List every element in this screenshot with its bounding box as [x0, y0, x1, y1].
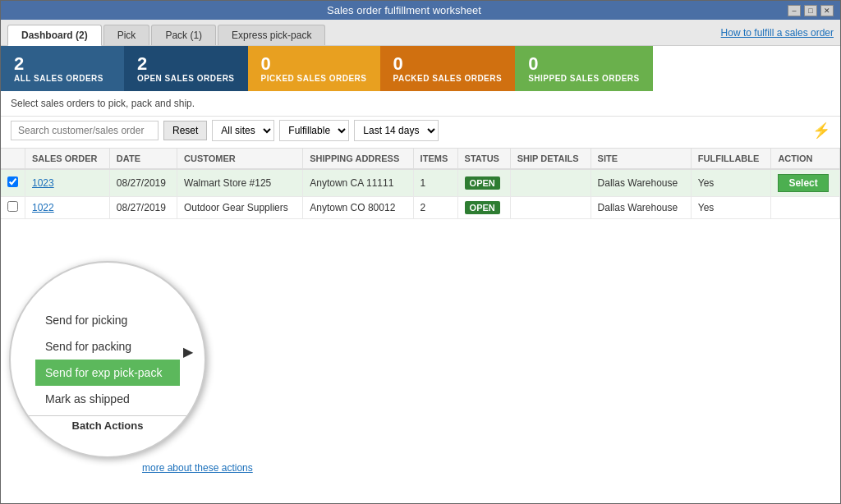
row2-fulfillable: Yes: [691, 197, 771, 219]
tab-dashboard[interactable]: Dashboard (2): [7, 25, 102, 46]
stat-picked: 0 PICKED SALES ORDERS: [248, 46, 380, 91]
toolbar-right: ⚡: [812, 121, 830, 140]
col-ship-details: SHIP DETAILS: [510, 149, 591, 169]
status-badge-open-2: OPEN: [465, 201, 500, 214]
row2-items: 2: [413, 197, 457, 219]
col-status: STATUS: [457, 149, 510, 169]
row2-action: [771, 197, 840, 219]
minimize-button[interactable]: –: [788, 5, 801, 16]
row1-checkbox-cell[interactable]: [1, 169, 25, 197]
col-action: ACTION: [771, 149, 840, 169]
col-shipping-address: SHIPPING ADDRESS: [303, 149, 413, 169]
window-icon: [7, 5, 21, 16]
fulfillable-dropdown[interactable]: Fulfillable: [279, 120, 349, 141]
tab-express[interactable]: Express pick-pack: [218, 25, 325, 45]
row1-order: 1023: [25, 169, 110, 197]
row2-status: OPEN: [457, 197, 510, 219]
row2-customer: Outdoor Gear Suppliers: [177, 197, 303, 219]
menu-item-send-picking[interactable]: Send for picking: [35, 307, 180, 333]
reset-button[interactable]: Reset: [163, 121, 207, 140]
row1-checkbox[interactable]: [7, 176, 18, 187]
col-date: DATE: [109, 149, 177, 169]
title-bar: Sales order fulfillment worksheet – □ ✕: [1, 1, 840, 20]
table-row: 1023 08/27/2019 Walmart Store #125 Anyto…: [1, 169, 840, 197]
order-link-1022[interactable]: 1022: [32, 202, 54, 213]
status-badge-open: OPEN: [465, 176, 500, 190]
row1-action: Select: [771, 169, 840, 197]
stat-open-sales: 2 OPEN SALES ORDERS: [124, 46, 248, 91]
row1-site: Dallas Warehouse: [591, 169, 691, 197]
toolbar-filters: Reset All sites Fulfillable Last 14 days…: [1, 117, 840, 149]
table-header-row: SALES ORDER DATE CUSTOMER SHIPPING ADDRE…: [1, 149, 840, 169]
batch-section: Send for picking Send for packing Send f…: [1, 273, 264, 503]
circle-menu-items: Send for picking Send for packing Send f…: [11, 307, 205, 412]
row1-customer: Walmart Store #125: [177, 169, 303, 197]
row1-ship-details: [510, 169, 591, 197]
sites-dropdown[interactable]: All sites: [212, 120, 274, 141]
row2-address: Anytown CO 80012: [303, 197, 413, 219]
stat-packed: 0 PACKED SALES ORDERS: [380, 46, 516, 91]
tab-pack[interactable]: Pack (1): [151, 25, 216, 45]
table-row: 1022 08/27/2019 Outdoor Gear Suppliers A…: [1, 197, 840, 219]
search-input[interactable]: [11, 121, 159, 140]
stat-all-sales: 2 ALL SALES ORDERS: [1, 46, 124, 91]
help-link[interactable]: How to fulfill a sales order: [721, 27, 834, 44]
more-actions-link[interactable]: more about these actions: [132, 459, 263, 477]
tab-pick[interactable]: Pick: [103, 25, 150, 45]
menu-item-mark-shipped[interactable]: Mark as shipped: [35, 386, 180, 412]
toolbar-description: Select sales orders to pick, pack and sh…: [11, 98, 195, 109]
days-dropdown[interactable]: Last 14 days: [354, 120, 439, 141]
row2-site: Dallas Warehouse: [591, 197, 691, 219]
row1-items: 1: [413, 169, 457, 197]
toolbar-left: Select sales orders to pick, pack and sh…: [11, 98, 195, 109]
window-title: Sales order fulfillment worksheet: [21, 4, 788, 16]
tabs-container: Dashboard (2) Pick Pack (1) Express pick…: [7, 25, 325, 45]
row2-checkbox-cell[interactable]: [1, 197, 25, 219]
menu-item-send-packing[interactable]: Send for packing: [35, 333, 180, 360]
row1-fulfillable: Yes: [691, 169, 771, 197]
col-customer: CUSTOMER: [177, 149, 303, 169]
stat-shipped: 0 SHIPPED SALES ORDERS: [515, 46, 653, 91]
row2-date: 08/27/2019: [109, 197, 177, 219]
tabs-bar: Dashboard (2) Pick Pack (1) Express pick…: [1, 20, 840, 46]
orders-table: SALES ORDER DATE CUSTOMER SHIPPING ADDRE…: [1, 149, 840, 219]
col-checkbox: [1, 149, 25, 169]
content-area: 2 ALL SALES ORDERS 2 OPEN SALES ORDERS 0…: [1, 46, 840, 503]
more-actions-container: more about these actions: [132, 462, 263, 474]
toolbar: Select sales orders to pick, pack and sh…: [1, 91, 840, 117]
circle-menu-footer: Batch Actions: [11, 415, 205, 432]
window-controls: – □ ✕: [788, 5, 834, 16]
row1-status: OPEN: [457, 169, 510, 197]
main-window: Sales order fulfillment worksheet – □ ✕ …: [0, 0, 841, 504]
circle-context-menu: Send for picking Send for packing Send f…: [9, 261, 206, 458]
row1-date: 08/27/2019: [109, 169, 177, 197]
action-select-button-1023[interactable]: Select: [778, 174, 828, 192]
close-button[interactable]: ✕: [820, 5, 834, 16]
row1-address: Anytown CA 11111: [303, 169, 413, 197]
maximize-button[interactable]: □: [804, 5, 817, 16]
row2-ship-details: [510, 197, 591, 219]
col-site: SITE: [591, 149, 691, 169]
order-link-1023[interactable]: 1023: [32, 177, 54, 189]
filter-controls: Reset All sites Fulfillable Last 14 days: [11, 120, 439, 141]
col-fulfillable: FULFILLABLE: [691, 149, 771, 169]
stats-bar: 2 ALL SALES ORDERS 2 OPEN SALES ORDERS 0…: [1, 46, 840, 91]
col-items: ITEMS: [413, 149, 457, 169]
lightning-icon[interactable]: ⚡: [812, 121, 830, 140]
menu-item-send-exp-pick-pack[interactable]: Send for exp pick-pack: [35, 360, 180, 386]
col-sales-order: SALES ORDER: [25, 149, 110, 169]
row2-order: 1022: [25, 197, 110, 219]
row2-checkbox[interactable]: [7, 201, 18, 212]
